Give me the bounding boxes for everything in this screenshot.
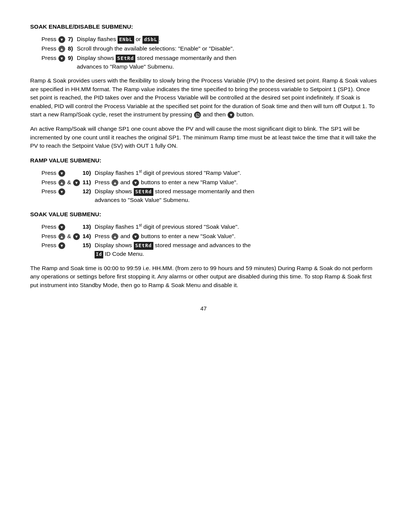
press-label-10: Press ▼	[41, 168, 83, 178]
setrd-badge-2: SEtRd	[134, 188, 153, 196]
ramp-value-table: Press ▼ 10) Display flashes 1st digit of…	[41, 168, 254, 205]
body-paragraph-3: The Ramp and Soak time is 00:00 to 99:59…	[30, 264, 377, 289]
step-num-12: 12)	[83, 187, 95, 205]
body-paragraph-2: An active Ramp/Soak will change SP1 one …	[30, 125, 377, 150]
step-num-8: 8)	[68, 44, 77, 53]
step-num-15: 15)	[83, 241, 95, 258]
down-button-icon-7: ▼	[58, 224, 65, 231]
up-button-icon: ▲	[58, 46, 65, 52]
soak-value-table: Press ▼ 13) Display flashes 1st digit of…	[41, 222, 251, 258]
soak-enable-disable-heading: SOAK ENABLE/DISABLE SUBMENU:	[30, 23, 377, 31]
up-button-icon-3: ▲	[112, 179, 118, 186]
step-num-14: 14)	[83, 232, 95, 241]
table-row: Press ▲ & ▼ 14) Press ▲ and ▼ buttons to…	[41, 232, 251, 241]
step-12-text: Display shows SEtRd stored message momen…	[95, 187, 254, 205]
ramp-value-section: RAMP VALUE SUBMENU: Press ▼ 10) Display …	[30, 156, 377, 205]
press-label-13: Press ▼	[41, 222, 83, 232]
down-button-icon-8: ▼	[73, 233, 80, 240]
press-label-14: Press ▲ & ▼	[41, 232, 83, 241]
setrd-badge-1: SEtRd	[116, 55, 135, 63]
superscript-st: st	[139, 169, 142, 173]
step-8-text: Scroll through the available selections:…	[77, 44, 236, 53]
id-badge: Id	[95, 251, 103, 258]
down-button-icon-4: ▼	[73, 179, 80, 186]
confirm-button-icon: ▼	[228, 112, 234, 118]
table-row: Press ▲ & ▼ 11) Press ▲ and ▼ buttons to…	[41, 178, 254, 187]
step-15-text: Display shows SEtRd stored message and a…	[95, 241, 251, 258]
press-label-2: Press ▲	[41, 44, 68, 53]
step-14-text: Press ▲ and ▼ buttons to enter a new "So…	[95, 232, 251, 241]
table-row: Press ▼ 9) Display shows SEtRd stored me…	[41, 54, 236, 71]
down-button-icon-10: ▼	[58, 242, 65, 249]
dsbl-badge: dSbL	[142, 36, 159, 44]
ramp-value-heading: RAMP VALUE SUBMENU:	[30, 156, 377, 165]
table-row: Press ▼ 7) Display flashes ENbL or dSbL.	[41, 35, 236, 44]
press-label-12: Press ▼	[41, 187, 83, 205]
down-button-icon-9: ▼	[132, 233, 139, 240]
down-button-icon-5: ▼	[132, 179, 139, 186]
press-label-1: Press ▼	[41, 35, 68, 44]
down-button-icon-3: ▼	[58, 170, 65, 177]
step-10-text: Display flashes 1st digit of previous st…	[95, 168, 254, 178]
table-row: Press ▼ 12) Display shows SEtRd stored m…	[41, 187, 254, 205]
down-button-icon: ▼	[58, 36, 65, 43]
table-row: Press ▼ 13) Display flashes 1st digit of…	[41, 222, 251, 232]
down-button-icon-2: ▼	[58, 55, 65, 62]
setrd-badge-3: SEtRd	[134, 242, 153, 250]
step-num-9: 9)	[68, 54, 77, 71]
up-button-icon-5: ▲	[112, 233, 118, 240]
soak-enable-disable-table: Press ▼ 7) Display flashes ENbL or dSbL.…	[41, 35, 236, 71]
superscript-st-2: st	[139, 223, 142, 227]
step-9-text: Display shows SEtRd stored message momen…	[77, 54, 236, 71]
step-num-13: 13)	[83, 222, 95, 232]
page-number: 47	[30, 304, 377, 313]
enbl-badge: ENbL	[118, 36, 134, 44]
table-row: Press ▼ 15) Display shows SEtRd stored m…	[41, 241, 251, 258]
step-num-10: 10)	[83, 168, 95, 178]
step-11-text: Press ▲ and ▼ buttons to enter a new "Ra…	[95, 178, 254, 187]
up-button-icon-4: ▲	[58, 233, 65, 240]
press-label-3: Press ▼	[41, 54, 68, 71]
reset-button-icon: ◱	[194, 112, 201, 118]
down-button-icon-6: ▼	[58, 188, 65, 195]
soak-value-section: SOAK VALUE SUBMENU: Press ▼ 13) Display …	[30, 210, 377, 259]
body-paragraph-1: Ramp & Soak provides users with the flex…	[30, 76, 377, 119]
step-num-7: 7)	[68, 35, 77, 44]
press-label-11: Press ▲ & ▼	[41, 178, 83, 187]
table-row: Press ▼ 10) Display flashes 1st digit of…	[41, 168, 254, 178]
table-row: Press ▲ 8) Scroll through the available …	[41, 44, 236, 53]
soak-value-heading: SOAK VALUE SUBMENU:	[30, 210, 377, 219]
press-label-15: Press ▼	[41, 241, 83, 258]
step-13-text: Display flashes 1st digit of previous st…	[95, 222, 251, 232]
step-num-11: 11)	[83, 178, 95, 187]
soak-enable-disable-section: SOAK ENABLE/DISABLE SUBMENU: Press ▼ 7) …	[30, 23, 377, 71]
up-button-icon-2: ▲	[58, 179, 65, 186]
step-7-text: Display flashes ENbL or dSbL.	[77, 35, 236, 44]
